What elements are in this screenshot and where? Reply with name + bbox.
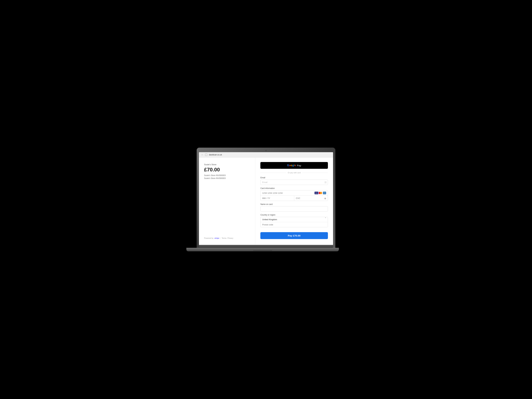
email-autofill-icon: ☷ bbox=[324, 181, 327, 184]
name-label: Name on card bbox=[260, 203, 328, 205]
email-field-wrapper: ☷ bbox=[260, 180, 328, 185]
screen-inner: ← davidcarr.co.uk Susie's Store £70.00 S… bbox=[199, 152, 333, 245]
card-cvc-wrapper: ◉ bbox=[294, 196, 328, 201]
page-content: Susie's Store £70.00 Susie's Store INV00… bbox=[199, 158, 333, 245]
country-label: Country or region bbox=[260, 214, 328, 216]
postal-input[interactable] bbox=[260, 222, 328, 227]
right-panel: Google Pay Or pay with card Email bbox=[255, 158, 333, 245]
laptop-screen: ← davidcarr.co.uk Susie's Store £70.00 S… bbox=[197, 148, 335, 248]
email-input[interactable] bbox=[260, 180, 328, 185]
gpay-button[interactable]: Google Pay bbox=[260, 162, 328, 169]
card-expiry-cvc-row: ◉ bbox=[260, 196, 328, 201]
email-group: Email ☷ bbox=[260, 177, 328, 185]
mastercard-icon bbox=[319, 192, 323, 194]
terms-link[interactable]: Terms bbox=[222, 237, 227, 239]
name-input[interactable] bbox=[260, 206, 328, 211]
footer-divider: | bbox=[220, 237, 221, 239]
back-button[interactable]: ← bbox=[201, 153, 203, 156]
divider-text: Or pay with card bbox=[288, 172, 301, 174]
left-footer: Powered by stripe | Terms Privacy bbox=[204, 237, 250, 239]
laptop-notch bbox=[253, 250, 272, 251]
laptop-base bbox=[186, 248, 339, 251]
country-select[interactable]: United Kingdom United States bbox=[260, 217, 328, 222]
card-cvc-input[interactable] bbox=[296, 197, 324, 199]
laptop-bottom bbox=[199, 245, 333, 248]
card-info-block: VISA AMEX bbox=[260, 190, 328, 201]
email-label: Email bbox=[260, 177, 328, 179]
visa-icon: VISA bbox=[315, 192, 318, 194]
invoice-line-2: Susie's Store INV000003 bbox=[204, 177, 250, 179]
invoice-line-1: Susie's Store INV000003 bbox=[204, 174, 250, 177]
amex-icon: AMEX bbox=[323, 192, 326, 194]
card-number-row: VISA AMEX bbox=[260, 190, 328, 196]
card-info-label: Card information bbox=[260, 187, 328, 190]
powered-by-text: Powered by bbox=[204, 237, 213, 239]
pay-button[interactable]: Pay £70.00 bbox=[260, 232, 328, 239]
store-amount: £70.00 bbox=[204, 167, 250, 173]
country-select-wrapper: United Kingdom United States ⌄ bbox=[260, 217, 328, 222]
divider-line-right bbox=[302, 173, 328, 173]
divider-line-left bbox=[260, 173, 286, 173]
card-info-group: Card information VISA bbox=[260, 187, 328, 201]
gpay-label: Pay bbox=[297, 164, 301, 167]
divider-row: Or pay with card bbox=[260, 172, 328, 174]
browser-url: davidcarr.co.uk bbox=[209, 154, 222, 156]
camera bbox=[265, 150, 267, 151]
card-number-input[interactable] bbox=[262, 192, 313, 194]
store-info: Susie's Store £70.00 Susie's Store INV00… bbox=[204, 163, 250, 237]
country-region-group: Country or region United Kingdom United … bbox=[260, 214, 328, 227]
store-name: Susie's Store bbox=[204, 163, 250, 166]
name-group: Name on card bbox=[260, 203, 328, 211]
card-icons: VISA AMEX bbox=[315, 192, 326, 194]
google-g-icon: Google bbox=[287, 164, 296, 167]
stripe-label: stripe bbox=[215, 237, 219, 239]
tab-icon bbox=[205, 154, 207, 156]
card-expiry-input[interactable] bbox=[260, 196, 294, 201]
cvc-info-icon: ◉ bbox=[324, 197, 326, 200]
privacy-link[interactable]: Privacy bbox=[228, 237, 233, 239]
left-panel: Susie's Store £70.00 Susie's Store INV00… bbox=[199, 158, 255, 245]
browser-bar: ← davidcarr.co.uk bbox=[199, 152, 333, 158]
laptop-wrapper: ← davidcarr.co.uk Susie's Store £70.00 S… bbox=[197, 148, 335, 251]
